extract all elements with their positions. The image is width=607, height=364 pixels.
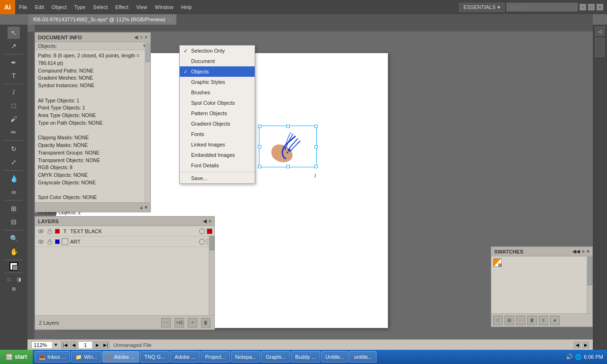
menu-item-graphic-styles[interactable]: Graphic Styles	[180, 77, 255, 87]
menu-item-gradient-objects[interactable]: Gradient Objects	[180, 118, 255, 129]
panel-toggle-1[interactable]: ◁	[595, 27, 605, 36]
essentials-button[interactable]: ESSENTIALS ▾	[459, 3, 505, 12]
panel-scrollbar[interactable]	[145, 42, 150, 202]
swatch-menu-button[interactable]: ≡	[539, 316, 548, 325]
swatch-options-button[interactable]: ⋯	[516, 316, 525, 325]
hand-tool[interactable]: ✋	[8, 246, 20, 258]
scroll-left-button[interactable]: ◀	[574, 342, 580, 348]
layer-lock-art[interactable]	[46, 238, 53, 245]
last-page-button[interactable]: ▶|	[102, 341, 110, 349]
selection-tool[interactable]: ↖	[8, 27, 20, 39]
taskbar-tnq[interactable]: TNQ G...	[140, 351, 169, 363]
swatches-collapse-button[interactable]: ◀◀	[572, 249, 580, 254]
menu-edit[interactable]: Edit	[31, 0, 48, 14]
new-sublayer-button[interactable]: +⊟	[175, 318, 184, 328]
menu-window[interactable]: Window	[151, 0, 177, 14]
menu-select[interactable]: Select	[89, 0, 111, 14]
fill-color[interactable]	[9, 262, 18, 271]
scroll-right-button[interactable]: ▶	[582, 342, 589, 348]
menu-type[interactable]: Type	[71, 0, 90, 14]
slice-tool[interactable]: ⊟	[8, 216, 20, 228]
menu-item-spot-color[interactable]: Spot Color Objects	[180, 98, 255, 108]
swatches-menu-button[interactable]: ≡	[582, 249, 585, 254]
layers-menu-button[interactable]: ≡	[209, 218, 212, 224]
zoom-tool[interactable]: 🔍	[8, 232, 20, 245]
taskbar-untitle[interactable]: Untitle...	[321, 351, 349, 363]
tab-close-icon[interactable]: ×	[168, 17, 171, 22]
close-button[interactable]: ×	[597, 4, 603, 10]
document-tab[interactable]: f08-03-9781437714982_3c.eps* @ 112% (RGB…	[28, 14, 176, 25]
layer-eye-art[interactable]	[37, 238, 45, 246]
layers-collapse-button[interactable]: ◀	[203, 218, 207, 224]
swatches-scroll-thumb[interactable]	[588, 257, 592, 285]
taskbar-buddy[interactable]: Buddy ...	[291, 351, 320, 363]
panel-collapse-button[interactable]: ◀	[134, 35, 138, 40]
minimize-button[interactable]: −	[579, 4, 586, 10]
swatch-lib-button[interactable]: ♦	[550, 316, 560, 325]
make-sublayer-button[interactable]: ⋯	[161, 318, 171, 328]
menu-item-fonts[interactable]: Fonts	[180, 129, 255, 139]
first-page-button[interactable]: |◀	[61, 341, 69, 349]
menu-item-objects[interactable]: ✓ Objects	[180, 66, 255, 77]
search-input[interactable]	[506, 3, 578, 11]
menu-item-embedded-images[interactable]: Embedded Images	[180, 150, 255, 160]
next-page-button[interactable]: ▶	[93, 341, 101, 349]
paintbrush-tool[interactable]: 🖌	[8, 113, 20, 125]
menu-effect[interactable]: Effect	[111, 0, 132, 14]
layer-row-text-black[interactable]: T TEXT BLACK	[35, 226, 214, 237]
type-tool[interactable]: T	[8, 70, 20, 82]
start-button[interactable]: 🪟 start	[0, 350, 33, 364]
menu-item-selection-only[interactable]: Selection Only	[180, 46, 255, 56]
layer-eye-text-black[interactable]	[37, 228, 45, 235]
taskbar-adobe2[interactable]: Adobe ...	[170, 351, 200, 363]
taskbar-project[interactable]: Project...	[201, 351, 230, 363]
menu-item-document[interactable]: Document	[180, 56, 255, 66]
normal-view[interactable]: □	[5, 275, 13, 283]
blend-tool[interactable]: ∞	[8, 186, 20, 198]
panel-scroll[interactable]	[595, 38, 605, 57]
menu-file[interactable]: File	[15, 0, 31, 14]
menu-help[interactable]: Help	[177, 0, 196, 14]
eyedropper-tool[interactable]: 💧	[8, 173, 20, 185]
prev-page-button[interactable]: ◀	[70, 341, 77, 349]
panel-bottom-arrow-down[interactable]: ▼	[144, 205, 148, 210]
rect-tool[interactable]: □	[8, 100, 20, 112]
stroke-color[interactable]	[12, 265, 18, 271]
panel-menu-button[interactable]: ≡	[140, 35, 143, 40]
new-layer-button[interactable]: +	[188, 318, 197, 328]
zoom-input[interactable]	[31, 341, 53, 349]
page-input[interactable]	[78, 341, 92, 349]
scale-tool[interactable]: ⤢	[8, 156, 20, 168]
rotate-tool[interactable]: ↻	[8, 143, 20, 155]
line-tool[interactable]: /	[8, 86, 20, 99]
swatches-scrollbar[interactable]	[587, 256, 592, 313]
taskbar-adobe[interactable]: Ai Adobe ...	[102, 351, 139, 363]
layers-scrollbar[interactable]	[209, 236, 214, 315]
layers-scroll-thumb[interactable]	[210, 236, 214, 250]
pencil-tool[interactable]: ✏	[8, 126, 20, 138]
delete-layer-button[interactable]: 🗑	[201, 318, 211, 328]
swatches-close-button[interactable]: ×	[587, 249, 589, 254]
delete-swatch-button[interactable]: 🗑	[527, 316, 537, 325]
direct-selection-tool[interactable]: ↗	[8, 40, 20, 52]
menu-item-pattern[interactable]: Pattern Objects	[180, 108, 255, 118]
panel-scrollbar-thumb[interactable]	[146, 43, 150, 62]
swatch-spot-orange[interactable]	[493, 258, 502, 267]
menu-item-font-details[interactable]: Font Details	[180, 160, 255, 171]
layer-target-art[interactable]	[199, 239, 205, 245]
pen-tool[interactable]: ✒	[8, 56, 20, 69]
layer-target-text-black[interactable]	[199, 228, 205, 234]
menu-item-linked-images[interactable]: Linked Images	[180, 139, 255, 150]
panel-bottom-arrow-up[interactable]: ▲	[139, 205, 144, 210]
new-color-group-button[interactable]: ⊞	[505, 316, 514, 325]
taskbar-untitle2[interactable]: untitle...	[349, 351, 377, 363]
layer-select-text-black[interactable]	[207, 228, 212, 234]
artboard-tool[interactable]: ⊞	[8, 202, 20, 215]
layer-row-art[interactable]: ART	[35, 237, 214, 247]
new-swatch-button[interactable]: □	[493, 316, 503, 325]
taskbar-graphi[interactable]: Graphi...	[261, 351, 290, 363]
preview-view[interactable]: ◨	[14, 275, 23, 283]
menu-view[interactable]: View	[132, 0, 151, 14]
menu-item-save[interactable]: Save...	[180, 173, 255, 183]
taskbar-inbox[interactable]: 📥 Inbox ...	[35, 351, 70, 363]
